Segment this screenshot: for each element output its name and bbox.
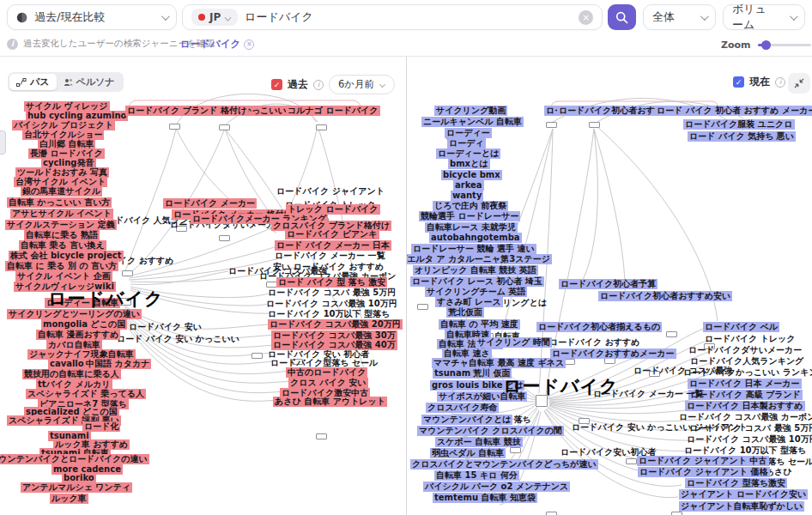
keyword-label[interactable]: 自転車 かっこいい 言い方 [7, 197, 112, 208]
keyword-label[interactable]: ロードバイク メーカー [163, 198, 257, 209]
keyword-label[interactable]: ニールキャンベル 自転車 [421, 117, 524, 127]
keyword-label[interactable]: 荒北仮面 [446, 307, 484, 318]
keyword-label[interactable]: ロードバイク コスパ最強 20万円 [268, 319, 403, 330]
keyword-label[interactable]: ジャイアント ロードバイク安い [679, 489, 808, 500]
keyword-label[interactable]: ロードバイク トレック [703, 334, 797, 344]
keyword-label[interactable]: ロードバイク初心者おすすめ安い [598, 291, 732, 301]
search-button[interactable] [608, 4, 636, 30]
keyword-label[interactable]: mongolia どこの国 [41, 319, 127, 330]
keyword-label[interactable]: wanty [451, 191, 483, 201]
keyword-label[interactable]: ロードバイク初心者揃えるもの [536, 322, 662, 332]
keyword-label[interactable]: ロードバイク 10万以下 型落ち [682, 445, 808, 456]
keyword-label[interactable]: ロードバイク 10万以下 型落ち [266, 309, 391, 319]
scope-select[interactable]: 全体 [643, 4, 716, 30]
keyword-label[interactable]: ロードバイク ジャイアント [275, 186, 386, 197]
keyword-label[interactable]: ロードバイク コスパ最強 [632, 366, 734, 376]
keyword-label[interactable]: ロードバイク コスパ最強 10万円 [264, 299, 399, 309]
keyword-label[interactable]: 競技用の自転車に乗る人 [22, 369, 121, 379]
keyword-label[interactable]: ロードバイク初心者予算 [559, 279, 657, 289]
keyword-label[interactable]: ロードバイク コスパ最強 40万 [271, 340, 397, 350]
keyword-label[interactable]: ロードバイク コスパ最強 カーボン [677, 412, 812, 422]
metric-select[interactable]: ボリューム [723, 4, 805, 30]
remove-tag-icon[interactable]: × [244, 39, 254, 50]
period-select[interactable]: 6か月前 [329, 75, 395, 94]
keyword-label[interactable]: ロードバイク メーカー 一覧 [591, 389, 706, 399]
keyword-label[interactable]: ジャイアント自転車恥ずかしい [679, 501, 804, 512]
keyword-label[interactable]: arkea [453, 180, 484, 191]
tab-path[interactable]: パス [9, 74, 57, 90]
keyword-label[interactable]: ロードバイク 安い かっこいい ジャイアント [570, 422, 748, 433]
keyword-label[interactable]: 自転車に乗る 熟語 [24, 230, 100, 240]
keyword-label[interactable]: ロード バイク 安い かっこいい [115, 334, 241, 344]
keyword-label[interactable]: ロードバイク ジャイアント 価格 [638, 467, 770, 477]
keyword-label[interactable]: 自転車 最高 速度 ギネス [467, 358, 566, 368]
keyword-label[interactable]: バイシクル パーク o2 メンテナンス [423, 482, 570, 492]
clear-search-icon[interactable]: × [579, 10, 593, 25]
keyword-label[interactable]: ロードバイク ブランド 格付け [125, 106, 248, 116]
keyword-label[interactable]: ロードバイク おすすめ [548, 337, 642, 348]
keyword-label[interactable]: コルナゴ ロードバイク [286, 106, 380, 116]
keyword-label[interactable]: クロス バイク 安い [288, 378, 368, 388]
keyword-label[interactable]: ロードバイク レース 初心者 埼玉 [410, 276, 544, 287]
keyword-label[interactable]: マウンテンバイクとロードバイクの違い [0, 454, 149, 464]
keyword-label[interactable]: 自転車 に 乗る 別 の 言い方 [5, 261, 118, 271]
keyword-label[interactable]: ロードバイク ベル [703, 322, 779, 332]
keyword-label[interactable]: ロードバイクおすすめメーカー [550, 348, 676, 359]
keyword-label[interactable]: ロードバイクダサいメーカー [687, 345, 803, 355]
keyword-label[interactable]: マウンテンバイク クロスバイクの間 [417, 426, 564, 436]
keyword-label[interactable]: tsunami [433, 368, 476, 379]
keyword-label[interactable]: ロードバイク 型落ち激安 [685, 478, 787, 488]
keyword-label[interactable]: bmxとは [448, 159, 490, 169]
keyword-label[interactable]: アンテルマルシェ ワンティ [21, 482, 132, 493]
keyword-label[interactable]: 自転車 乗る 言い換え [19, 240, 106, 251]
keyword-label[interactable]: ロード バイク メーカー 日本 [275, 240, 391, 251]
keyword-label[interactable]: サイクルステーション 定義 [5, 220, 117, 230]
keyword-label[interactable]: クロスバイクとマウンテンバイクどっちが速い [410, 459, 598, 470]
keyword-label[interactable]: 自転車 の 平均 速度 [439, 319, 520, 330]
keyword-label[interactable]: ローディー [445, 128, 492, 138]
zoom-slider[interactable] [758, 44, 811, 46]
keyword-label[interactable]: スペシャライズド 乗ってる人 [26, 389, 146, 399]
keyword-label[interactable]: bicycle bmx [441, 170, 502, 180]
keyword-label[interactable]: サイクリング動画 [434, 106, 507, 116]
keyword-label[interactable]: 自転車 漫画おすすめ [36, 330, 120, 340]
keyword-label[interactable]: ロード バイク 気持ち 悪い [688, 131, 796, 142]
keyword-label[interactable]: ロードバイク 日本製おすすめ [685, 401, 805, 411]
keyword-label[interactable]: じろで庄内 前夜祭 [433, 201, 508, 211]
keyword-label[interactable]: クロスバイク寿命 [426, 403, 499, 413]
keyword-label[interactable]: 中古のロードバイク [286, 367, 367, 378]
keyword-label[interactable]: 銀の馬車道サイクル [21, 186, 102, 197]
keyword-label[interactable]: サイクリングチーム 英語 [425, 287, 527, 297]
keyword-label[interactable]: ロードレーサー 競輪 選手 違い [411, 244, 536, 254]
keyword-label[interactable]: ロードバイク 日本 メーカー [688, 379, 802, 389]
keyword-label[interactable]: ロードバイク 安い [127, 322, 203, 332]
keyword-label[interactable]: アサヒサイクル イベント [10, 209, 113, 219]
search-input[interactable]: JP ロードバイク × [182, 4, 603, 30]
keyword-label[interactable]: あさひ 自転車 アウトレット [273, 397, 387, 407]
keyword-label[interactable]: 競輪選手 ロードレーサー [419, 211, 520, 221]
keyword-label[interactable]: 自転車レース 未就学児 [425, 222, 518, 233]
hub-keyword-label[interactable]: ロードバイク [48, 288, 163, 309]
keyword-label[interactable]: スケボー 自転車 競技 [435, 437, 523, 447]
keyword-label[interactable]: ローディ [447, 138, 486, 148]
keyword-label[interactable]: cavallo [48, 359, 86, 369]
keyword-label[interactable]: 弱虫ペダル 自転車 [430, 448, 506, 458]
keyword-label[interactable]: サイクリング 時間 [476, 337, 552, 348]
keyword-label[interactable]: サイクリングとツーリングの違い [7, 309, 142, 319]
keyword-label[interactable]: ブエルタ ア カタルーニャ第3ステージ [406, 254, 552, 264]
zoom-slider-thumb[interactable] [761, 40, 771, 50]
keyword-label[interactable]: ロードバイク 高級 ブランド [688, 390, 803, 400]
keyword-label[interactable]: サイクル イベント 企画 [15, 271, 112, 282]
keyword-label[interactable]: ロードバイク ビアンキ [285, 229, 379, 239]
keyword-label[interactable]: autobahngotemba [429, 233, 522, 243]
keyword-label[interactable]: ルック車 [50, 494, 88, 504]
keyword-label[interactable]: 自転車 15 キロ 何分 [434, 470, 519, 481]
keyword-label[interactable]: マウンテンバイクとは [421, 415, 512, 425]
past-checkbox[interactable] [271, 79, 282, 90]
query-tag[interactable]: ロードバイク × [180, 38, 254, 51]
keyword-label[interactable]: オリンピック 自転車 競技 英語 [413, 265, 538, 276]
keyword-label[interactable]: ロードバイク服装 ユニクロ [683, 119, 795, 130]
country-select[interactable]: JP [191, 9, 238, 26]
keyword-label[interactable]: ロード バイク 初心者 おすすめ メーカー [655, 106, 812, 116]
keyword-label[interactable]: ロードバイク メーカー 一覧 [273, 251, 387, 261]
